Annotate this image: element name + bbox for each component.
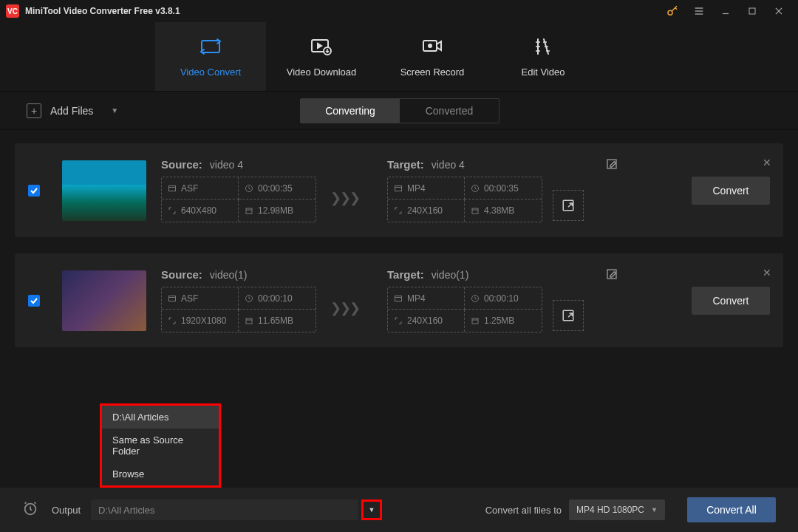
app-logo-icon: VC [6,4,19,18]
source-name: video 4 [210,159,243,171]
src-resolution: 1920X1080 [181,316,226,326]
tab-video-convert[interactable]: Video Convert [155,22,266,91]
src-size: 12.98MB [258,205,293,216]
tab-converted[interactable]: Converted [400,99,499,123]
output-path-select[interactable]: D:\All Articles [91,499,358,520]
svg-rect-29 [395,296,402,301]
tab-label: Edit Video [521,66,565,78]
status-segment: Converting Converted [300,98,499,123]
edit-target-icon[interactable] [606,158,618,173]
source-specs: ASF 00:00:35 640X480 12.98MB [161,177,316,222]
convert-all-to-label: Convert all files to [485,505,562,516]
close-button[interactable] [765,0,792,22]
maximize-button[interactable] [739,0,765,22]
source-label: Source: [161,268,202,281]
target-label: Target: [387,268,424,281]
arrow-icon: ❯❯❯ [322,190,366,206]
convert-button[interactable]: Convert [692,177,770,205]
output-menu-item[interactable]: D:\All Articles [102,406,219,429]
chevron-down-icon[interactable]: ▼ [111,106,118,115]
tgt-size: 1.25MB [484,316,514,326]
thumbnail [62,160,146,221]
app-title: MiniTool Video Converter Free v3.8.1 [25,6,180,16]
src-size: 11.65MB [258,316,293,326]
upgrade-key-icon[interactable] [659,0,686,22]
source-column: Source: video 4 ASF 00:00:35 640X480 12.… [161,158,316,222]
svg-point-0 [668,10,672,15]
svg-rect-28 [246,318,252,324]
target-column: Target: video 4 MP4 00:00:35 240X160 4.3… [387,158,584,222]
svg-line-23 [568,203,572,207]
output-menu-item-browse[interactable]: Browse [102,463,219,485]
convert-all-button[interactable]: Convert All [687,497,776,522]
main-nav: Video Convert Video Download Screen Reco… [0,22,798,92]
format-selected-value: MP4 HD 1080PC [576,505,644,515]
tab-label: Video Convert [180,66,241,78]
minimize-button[interactable] [712,0,739,22]
src-duration: 00:00:10 [258,293,293,304]
download-icon [310,35,332,58]
schedule-icon[interactable] [22,500,38,519]
format-select[interactable]: MP4 HD 1080PC ▼ [569,499,665,520]
remove-file-icon[interactable]: ✕ [763,267,771,279]
target-specs: MP4 00:00:35 240X160 4.38MB [387,177,542,222]
target-format-button[interactable] [553,300,584,331]
target-column: Target: video(1) MP4 00:00:10 240X160 1.… [387,268,584,332]
tgt-duration: 00:00:10 [484,293,519,304]
titlebar: VC MiniTool Video Converter Free v3.8.1 [0,0,798,22]
target-name: video 4 [432,159,465,171]
target-specs: MP4 00:00:10 240X160 1.25MB [387,287,542,332]
convert-icon [200,35,222,58]
source-label: Source: [161,158,202,171]
svg-rect-21 [472,208,478,214]
src-format: ASF [181,183,198,194]
record-icon [421,35,443,58]
edit-target-icon[interactable] [606,268,618,283]
tgt-size: 4.38MB [484,205,514,216]
file-card: Source: video(1) ASF 00:00:10 1920X1080 … [15,253,783,347]
add-files-icon: + [27,103,41,118]
target-label: Target: [387,158,424,171]
svg-rect-17 [246,208,252,214]
file-list: Source: video 4 ASF 00:00:35 640X480 12.… [0,130,798,347]
svg-rect-18 [395,185,402,191]
tab-screen-record[interactable]: Screen Record [377,22,488,91]
svg-line-34 [568,313,572,317]
src-duration: 00:00:35 [258,183,293,194]
convert-button[interactable]: Convert [692,287,770,315]
tgt-resolution: 240X160 [407,316,443,326]
target-format-button[interactable] [553,190,584,221]
tab-label: Screen Record [400,66,465,78]
svg-marker-10 [318,44,321,48]
arrow-icon: ❯❯❯ [322,300,366,316]
svg-point-13 [429,44,432,47]
tab-label: Video Download [287,66,356,78]
output-path-value: D:\All Articles [98,505,155,516]
edit-video-icon [532,35,554,58]
source-name: video(1) [210,269,248,281]
tgt-format: MP4 [407,293,426,304]
bottombar: Output D:\All Articles ▼ Convert all fil… [0,488,798,532]
svg-rect-32 [472,318,478,324]
tab-converting[interactable]: Converting [301,99,400,123]
svg-rect-25 [169,296,176,301]
menu-icon[interactable] [686,0,712,22]
checkbox[interactable] [28,295,40,307]
svg-rect-5 [749,8,755,14]
add-files-button[interactable]: + Add Files ▼ [27,103,118,118]
tab-video-download[interactable]: Video Download [266,22,377,91]
output-label: Output [52,505,81,516]
file-card: Source: video 4 ASF 00:00:35 640X480 12.… [15,143,783,237]
tgt-format: MP4 [407,183,426,194]
chevron-down-icon: ▼ [651,506,658,514]
remove-file-icon[interactable]: ✕ [763,157,771,168]
source-specs: ASF 00:00:10 1920X1080 11.65MB [161,287,316,332]
toolbar: + Add Files ▼ Converting Converted [0,92,798,130]
output-dropdown-caret[interactable]: ▼ [361,499,382,520]
svg-rect-14 [169,185,176,191]
output-menu-item[interactable]: Same as Source Folder [102,429,219,463]
tgt-duration: 00:00:35 [484,183,519,194]
checkbox[interactable] [28,185,40,197]
add-files-label: Add Files [50,105,93,117]
tab-edit-video[interactable]: Edit Video [488,22,598,91]
